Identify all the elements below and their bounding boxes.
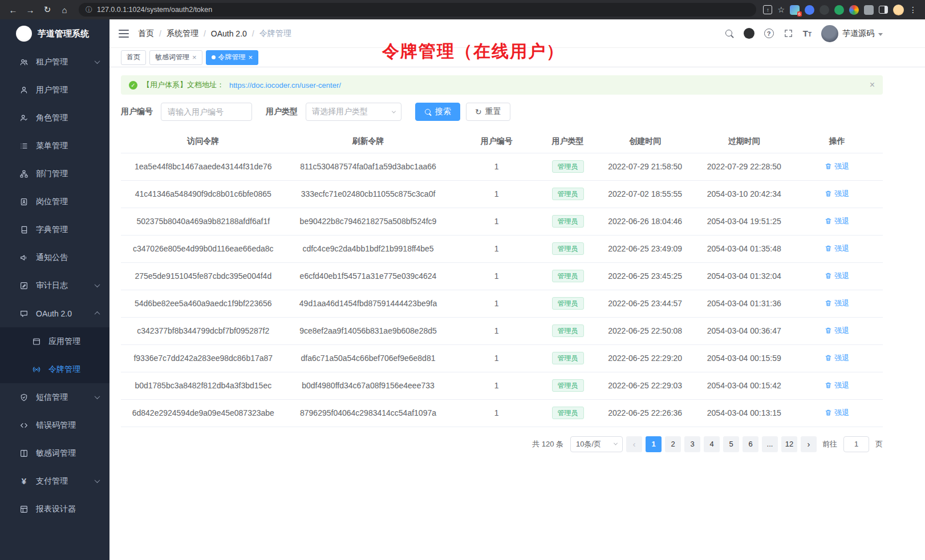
page-ellipsis-button[interactable]: ... bbox=[762, 436, 778, 452]
sidebar-item-notice[interactable]: 通知公告 bbox=[0, 244, 109, 271]
force-logout-button[interactable]: 强退 bbox=[825, 161, 849, 172]
user-id-input[interactable] bbox=[161, 103, 252, 121]
extension-icon-2[interactable] bbox=[805, 5, 814, 15]
force-logout-button[interactable]: 强退 bbox=[825, 326, 849, 336]
page-button-5[interactable]: 5 bbox=[723, 436, 739, 452]
collapse-sidebar-icon[interactable] bbox=[119, 30, 129, 38]
reload-icon[interactable]: ↻ bbox=[40, 2, 55, 17]
search-button[interactable]: 搜索 bbox=[415, 103, 460, 121]
sidebar-item-oauth-app[interactable]: 应用管理 bbox=[0, 327, 109, 355]
sidebar-item-dept[interactable]: 部门管理 bbox=[0, 160, 109, 188]
sidebar-item-oauth-token[interactable]: 令牌管理 bbox=[0, 355, 109, 383]
table-header-row: 访问令牌 刷新令牌 用户编号 用户类型 创建时间 过期时间 操作 bbox=[121, 130, 883, 153]
close-icon[interactable]: × bbox=[249, 54, 253, 61]
extension-icon-3[interactable] bbox=[819, 5, 829, 15]
page-button-6[interactable]: 6 bbox=[743, 436, 758, 452]
force-logout-button[interactable]: 强退 bbox=[825, 244, 849, 254]
address-bar[interactable]: ⓘ 127.0.0.1:1024/system/oauth2/token bbox=[79, 3, 756, 17]
goto-page-input[interactable] bbox=[843, 436, 869, 452]
sidebar-item-label: 岗位管理 bbox=[36, 197, 99, 207]
tab-home[interactable]: 首页 bbox=[121, 50, 146, 65]
megaphone-icon bbox=[19, 253, 29, 262]
sidebar-item-role[interactable]: 角色管理 bbox=[0, 104, 109, 132]
expire-time: 2054-03-04 01:31:36 bbox=[697, 290, 792, 317]
sidebar-item-sensitiveword[interactable]: 敏感词管理 bbox=[0, 439, 109, 467]
success-check-icon: ✓ bbox=[129, 81, 137, 90]
force-logout-button[interactable]: 强退 bbox=[825, 353, 849, 363]
search-icon[interactable] bbox=[725, 29, 734, 38]
force-logout-button[interactable]: 强退 bbox=[825, 216, 849, 226]
help-icon[interactable]: ? bbox=[764, 29, 774, 38]
page-button-12[interactable]: 12 bbox=[781, 436, 797, 452]
breadcrumb-home[interactable]: 首页 bbox=[138, 29, 154, 39]
sidebar-item-label: 通知公告 bbox=[36, 253, 99, 263]
sidebar-item-label: 审计日志 bbox=[36, 281, 88, 291]
reset-button[interactable]: ↻ 重置 bbox=[466, 103, 510, 121]
sidebar-item-report-designer[interactable]: 报表设计器 bbox=[0, 495, 109, 523]
next-page-button[interactable]: › bbox=[801, 436, 817, 452]
force-logout-button[interactable]: 强退 bbox=[825, 271, 849, 281]
font-size-icon[interactable]: TT bbox=[803, 29, 812, 38]
sidebar-item-post[interactable]: 岗位管理 bbox=[0, 188, 109, 216]
page-button-4[interactable]: 4 bbox=[704, 436, 720, 452]
force-logout-button[interactable]: 强退 bbox=[825, 380, 849, 391]
yen-icon: ¥ bbox=[19, 477, 29, 486]
home-icon[interactable]: ⌂ bbox=[57, 2, 72, 17]
extension-icon-5[interactable] bbox=[849, 5, 859, 15]
sidebar-item-oauth[interactable]: OAuth 2.0 bbox=[0, 299, 109, 327]
bookmark-star-icon[interactable]: ☆ bbox=[777, 5, 785, 14]
user-type-select[interactable]: 请选择用户类型 bbox=[306, 103, 401, 121]
browser-profile-avatar[interactable] bbox=[893, 5, 904, 15]
breadcrumb-system[interactable]: 系统管理 bbox=[167, 29, 198, 39]
browser-menu-icon[interactable]: ⋮ bbox=[909, 5, 917, 14]
extension-icon-4[interactable] bbox=[834, 5, 844, 15]
sidebar-item-auditlog[interactable]: 审计日志 bbox=[0, 271, 109, 299]
force-logout-button[interactable]: 强退 bbox=[825, 189, 849, 199]
github-icon[interactable] bbox=[744, 28, 754, 39]
user-type: 管理员 bbox=[542, 290, 594, 317]
table-row: f9336e7c7dd242a283ee98dc86b17a87 dfa6c71… bbox=[121, 344, 883, 372]
actions: 强退 bbox=[792, 235, 883, 262]
share-icon[interactable]: ↑ bbox=[763, 5, 772, 14]
sidebar-item-menu[interactable]: 菜单管理 bbox=[0, 132, 109, 160]
forward-icon[interactable]: → bbox=[23, 2, 38, 17]
sidebar-item-tenant[interactable]: 租户管理 bbox=[0, 48, 109, 76]
page-size-select[interactable]: 10条/页 bbox=[570, 436, 623, 452]
prev-page-button[interactable]: ‹ bbox=[626, 436, 642, 452]
page-button-3[interactable]: 3 bbox=[684, 436, 700, 452]
created-time: 2022-07-02 18:55:55 bbox=[593, 180, 697, 208]
browser-toolbar: ← → ↻ ⌂ ⓘ 127.0.0.1:1024/system/oauth2/t… bbox=[0, 0, 925, 19]
refresh-token: b0df4980ffd34c67a08f9156e4eee733 bbox=[286, 372, 451, 399]
breadcrumb-oauth[interactable]: OAuth 2.0 bbox=[211, 29, 247, 38]
back-icon[interactable]: ← bbox=[6, 2, 21, 17]
site-info-icon[interactable]: ⓘ bbox=[86, 5, 92, 15]
force-logout-button[interactable]: 强退 bbox=[825, 298, 849, 309]
trash-icon bbox=[825, 409, 832, 416]
force-logout-label: 强退 bbox=[834, 161, 849, 172]
sidebar-item-sms[interactable]: 短信管理 bbox=[0, 383, 109, 411]
user-id: 1 bbox=[451, 262, 542, 290]
sidebar-item-user[interactable]: 用户管理 bbox=[0, 76, 109, 104]
extension-icon-1[interactable]: 6 bbox=[790, 5, 800, 15]
alert-close-icon[interactable]: × bbox=[870, 80, 875, 90]
logo[interactable]: 芋道管理系统 bbox=[0, 19, 109, 48]
sidebar-item-label: 错误码管理 bbox=[36, 420, 99, 431]
side-panel-icon[interactable] bbox=[879, 6, 888, 14]
page-button-2[interactable]: 2 bbox=[665, 436, 681, 452]
breadcrumb-separator: / bbox=[204, 29, 206, 38]
sidebar-item-pay[interactable]: ¥ 支付管理 bbox=[0, 467, 109, 495]
extensions-puzzle-icon[interactable] bbox=[864, 5, 874, 15]
doc-link[interactable]: https://doc.iocoder.cn/user-center/ bbox=[229, 81, 341, 90]
search-icon bbox=[424, 108, 432, 116]
tab-sensitive-word[interactable]: 敏感词管理 × bbox=[149, 50, 202, 65]
force-logout-label: 强退 bbox=[834, 189, 849, 199]
fullscreen-icon[interactable] bbox=[784, 29, 793, 38]
force-logout-button[interactable]: 强退 bbox=[825, 408, 849, 418]
sidebar-item-errorcode[interactable]: 错误码管理 bbox=[0, 411, 109, 439]
col-expires: 过期时间 bbox=[697, 130, 792, 153]
close-icon[interactable]: × bbox=[192, 54, 197, 61]
page-button-1[interactable]: 1 bbox=[646, 436, 662, 452]
sidebar-item-dict[interactable]: 字典管理 bbox=[0, 216, 109, 244]
tab-token[interactable]: 令牌管理 × bbox=[206, 50, 259, 65]
user-menu[interactable]: 芋道源码 bbox=[821, 25, 883, 42]
